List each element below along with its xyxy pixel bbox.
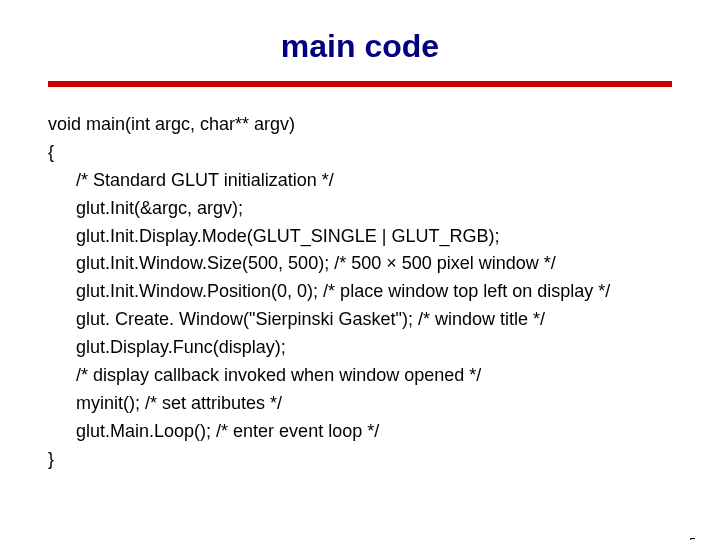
code-line: {	[48, 139, 672, 167]
page-number: 5	[689, 536, 696, 540]
code-line: glut.Init(&argc, argv);	[48, 195, 672, 223]
code-line: }	[48, 446, 672, 474]
code-line: glut.Init.Window.Position(0, 0); /* plac…	[48, 278, 672, 306]
code-line: /* Standard GLUT initialization */	[48, 167, 672, 195]
slide-title: main code	[0, 28, 720, 65]
slide: main code void main(int argc, char** arg…	[0, 28, 720, 540]
code-line: myinit(); /* set attributes */	[48, 390, 672, 418]
code-line: glut. Create. Window("Sierpinski Gasket"…	[48, 306, 672, 334]
code-block: void main(int argc, char** argv) { /* St…	[48, 111, 672, 474]
code-line: /* display callback invoked when window …	[48, 362, 672, 390]
code-line: glut.Init.Display.Mode(GLUT_SINGLE | GLU…	[48, 223, 672, 251]
code-line: glut.Main.Loop(); /* enter event loop */	[48, 418, 672, 446]
code-line: void main(int argc, char** argv)	[48, 111, 672, 139]
code-line: glut.Display.Func(display);	[48, 334, 672, 362]
divider	[48, 81, 672, 87]
code-line: glut.Init.Window.Size(500, 500); /* 500 …	[48, 250, 672, 278]
